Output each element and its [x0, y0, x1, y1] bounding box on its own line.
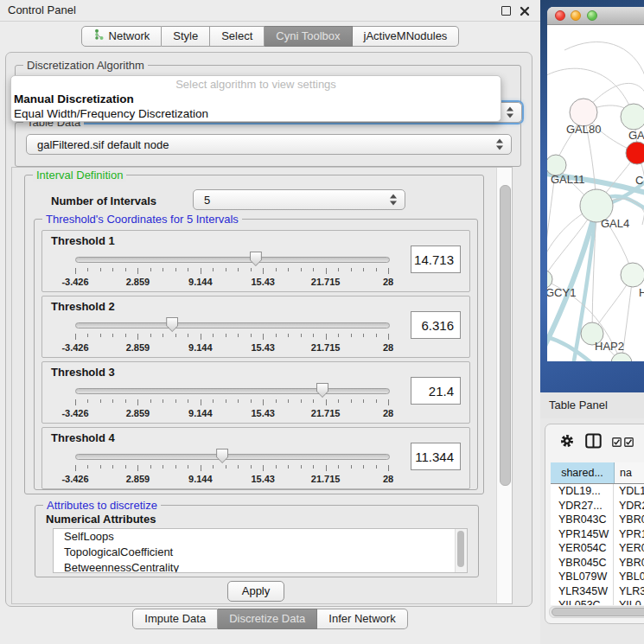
tab-select[interactable]: Select	[210, 26, 265, 47]
column-header-name[interactable]: na	[615, 462, 644, 483]
table-data-combobox[interactable]: galFiltered.sif default node	[26, 134, 512, 155]
cell-name[interactable]: YDR2	[614, 499, 644, 513]
cell-name[interactable]: YLR3	[614, 584, 644, 599]
table-row[interactable]: YLR345WYLR3	[551, 584, 644, 599]
tab-jactivemnodules[interactable]: jActiveMNodules	[353, 26, 460, 47]
threshold-value-box[interactable]: 14.713	[411, 245, 461, 273]
table-row[interactable]: YER054CYER0	[551, 541, 644, 556]
cell-name[interactable]: YER0	[614, 541, 644, 556]
table-row[interactable]: YIL053CYIL0	[551, 598, 644, 605]
slider-ticks	[75, 268, 388, 275]
slider-track[interactable]	[75, 257, 390, 263]
threshold-value-box[interactable]: 21.4	[411, 377, 461, 405]
table-row[interactable]: YBR043CYBR0	[551, 513, 644, 527]
combo-stepper-icon	[496, 139, 504, 150]
apply-button[interactable]: Apply	[227, 581, 284, 602]
table-row[interactable]: YBL079WYBL0	[551, 570, 644, 584]
settings-vertical-scrollbar[interactable]	[496, 168, 512, 603]
cell-shared-name[interactable]: YBL079W	[551, 570, 614, 584]
node-label: GA	[628, 129, 644, 142]
gear-icon[interactable]	[559, 433, 575, 452]
mac-zoom-icon[interactable]	[587, 10, 597, 21]
popup-option-manual-discretization[interactable]: Manual Discretization	[11, 92, 501, 106]
threshold-slider[interactable]: -3.4262.8599.14415.4321.71528	[75, 449, 388, 487]
network-node-h[interactable]	[621, 263, 644, 287]
attributes-scrollbar[interactable]	[455, 529, 467, 572]
slider-track[interactable]	[75, 454, 390, 460]
split-view-icon[interactable]	[585, 433, 602, 452]
attribute-items: SelfLoopsTopologicalCoefficientBetweenne…	[54, 529, 467, 573]
tab-label: Style	[173, 27, 198, 46]
table-horizontal-scrollbar[interactable]	[549, 606, 644, 618]
table-row[interactable]: YPR145WYPR1	[551, 527, 644, 542]
scrollbar-thumb[interactable]	[500, 185, 511, 486]
popup-option-equal-width-frequency-discretization[interactable]: Equal Width/Frequency Discretization	[11, 106, 501, 121]
scrollbar-thumb[interactable]	[552, 608, 644, 616]
cell-shared-name[interactable]: YER054C	[551, 541, 614, 556]
slider-thumb[interactable]	[316, 383, 328, 398]
slider-thumb[interactable]	[250, 252, 262, 266]
cell-name[interactable]: YBL0	[614, 570, 644, 584]
checkbox-icon[interactable]	[612, 435, 622, 450]
mac-minimize-icon[interactable]	[571, 10, 581, 21]
tab-discretize-data[interactable]: Discretize Data	[218, 609, 317, 629]
tick-label: 2.859	[126, 342, 150, 353]
cell-name[interactable]: YIL0	[614, 598, 644, 605]
list-item-betweennesscentrality[interactable]: BetweennessCentrality	[54, 560, 467, 573]
tick-label: 21.715	[311, 474, 341, 484]
mac-close-icon[interactable]	[555, 10, 565, 21]
cell-name[interactable]: YBR0	[614, 556, 644, 571]
threshold-slider[interactable]: -3.4262.8599.14415.4321.71528	[75, 383, 388, 421]
cell-name[interactable]: YDL1	[614, 484, 644, 499]
cell-shared-name[interactable]: YBR043C	[551, 513, 614, 527]
control-panel-tabs: NetworkStyleSelectCyni ToolboxjActiveMNo…	[0, 26, 540, 47]
tab-network[interactable]: Network	[81, 26, 163, 47]
number-of-intervals-combobox[interactable]: 5	[193, 189, 405, 210]
list-item-selfloops[interactable]: SelfLoops	[54, 529, 467, 545]
tab-cyni-toolbox[interactable]: Cyni Toolbox	[265, 26, 352, 47]
cell-shared-name[interactable]: YDL19...	[551, 484, 614, 499]
cell-shared-name[interactable]: YDR27...	[551, 499, 614, 513]
tab-impute-data[interactable]: Impute Data	[132, 609, 218, 629]
network-canvas[interactable]: GAL80GACGAL11GAL4GCY1HHAP2	[547, 24, 644, 361]
cell-name[interactable]: YPR1	[614, 527, 644, 542]
slider-thumb[interactable]	[166, 317, 178, 332]
cell-name[interactable]: YBR0	[614, 513, 644, 527]
float-window-icon[interactable]	[501, 6, 511, 16]
network-view-window: GAL80GACGAL11GAL4GCY1HHAP2	[547, 7, 644, 361]
threshold-slider[interactable]: -3.4262.8599.14415.4321.71528	[75, 317, 388, 355]
numerical-attributes-list[interactable]: SelfLoopsTopologicalCoefficientBetweenne…	[53, 528, 468, 573]
group-title: Interval Definition	[33, 169, 126, 182]
slider-track[interactable]	[75, 388, 390, 394]
table-row[interactable]: YDR27...YDR2	[551, 499, 644, 513]
list-item-topologicalcoefficient[interactable]: TopologicalCoefficient	[54, 545, 467, 560]
tab-label: Network	[109, 27, 150, 46]
cell-shared-name[interactable]: YIL053C	[551, 598, 614, 605]
node-label: HAP2	[595, 340, 624, 353]
slider-track[interactable]	[75, 322, 390, 328]
tab-style[interactable]: Style	[162, 26, 210, 47]
close-icon[interactable]	[520, 4, 530, 16]
scrollbar-thumb[interactable]	[457, 531, 464, 567]
cell-shared-name[interactable]: YPR145W	[551, 527, 614, 542]
tab-label: Select	[221, 27, 252, 46]
slider-tick-labels: -3.4262.8599.14415.4321.71528	[75, 474, 388, 485]
column-header-shared-name[interactable]: shared...	[551, 462, 615, 483]
checkbox-icon[interactable]	[624, 435, 634, 450]
network-node-ga[interactable]	[621, 104, 644, 130]
table-data-group: Table Data galFiltered.sif default node	[15, 122, 521, 167]
node-label: GAL11	[551, 173, 585, 186]
tab-infer-network[interactable]: Infer Network	[317, 609, 407, 629]
slider-thumb[interactable]	[216, 449, 228, 463]
table-row[interactable]: YDL19...YDL1	[551, 484, 644, 499]
table-row[interactable]: YBR045CYBR0	[551, 556, 644, 571]
threshold-slider[interactable]: -3.4262.8599.14415.4321.71528	[75, 252, 388, 290]
threshold-value-box[interactable]: 6.316	[411, 311, 461, 339]
threshold-value-box[interactable]: 11.344	[411, 443, 461, 470]
cell-shared-name[interactable]: YLR345W	[551, 584, 614, 599]
network-node[interactable]	[611, 353, 632, 361]
network-node-c[interactable]	[626, 142, 644, 164]
right-side: GAL80GACGAL11GAL4GCY1HHAP2 Table Panel	[540, 0, 644, 644]
cell-shared-name[interactable]: YBR045C	[551, 556, 614, 571]
node-label: GCY1	[547, 286, 576, 299]
